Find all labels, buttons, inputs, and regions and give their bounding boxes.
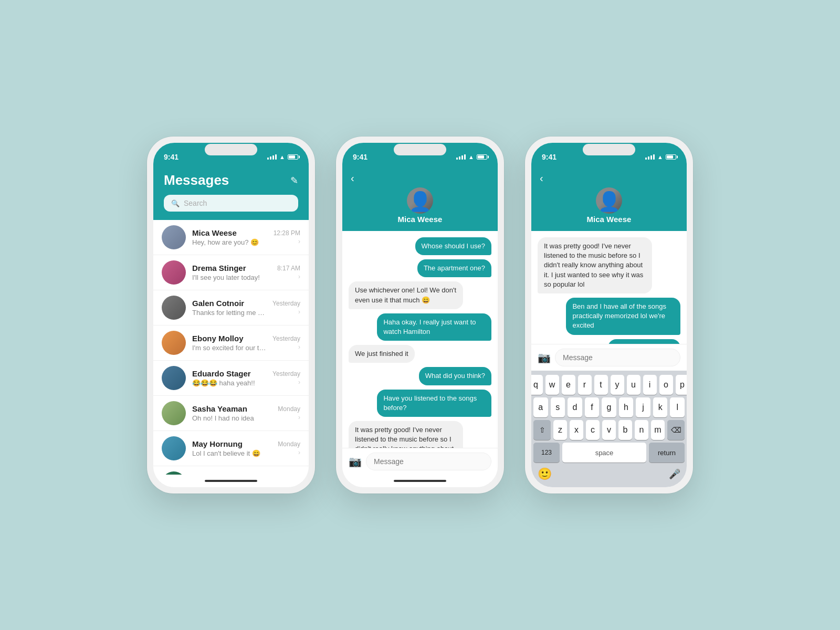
chevron-icon: › <box>298 414 300 421</box>
keyboard-row-2: a s d f g h j k l <box>533 397 685 417</box>
search-bar[interactable]: 🔍 Search <box>164 195 298 212</box>
message-preview: I'll see you later today! <box>192 274 271 281</box>
key-a[interactable]: a <box>533 397 548 417</box>
key-j[interactable]: j <box>636 397 650 417</box>
key-y[interactable]: y <box>611 375 624 395</box>
back-button-3[interactable]: ‹ <box>540 172 549 184</box>
message-item[interactable]: Eduardo Stager 😂😂😂 haha yeah!! Yesterday… <box>153 361 309 396</box>
key-t[interactable]: t <box>594 375 608 395</box>
message-time: Monday <box>278 440 300 448</box>
status-time-1: 9:41 <box>164 153 178 161</box>
key-s[interactable]: s <box>551 397 565 417</box>
bubble-sent: Ben and I have all of the songs practica… <box>566 298 680 335</box>
key-e[interactable]: e <box>562 375 575 395</box>
key-p[interactable]: p <box>676 375 687 395</box>
key-k[interactable]: k <box>653 397 668 417</box>
message-item[interactable]: Mica Weese Hey, how are you? 😊 12:28 PM … <box>153 220 309 255</box>
key-l[interactable]: l <box>670 397 685 417</box>
contact-name: Drema Stinger <box>192 264 271 272</box>
key-n[interactable]: n <box>635 420 648 440</box>
bubble-sent: I'm glad you liked it! <box>608 339 680 344</box>
bubble-received: We just finished it <box>349 345 415 363</box>
signal-bar-2 <box>270 156 271 160</box>
key-r[interactable]: r <box>578 375 592 395</box>
key-u[interactable]: u <box>627 375 640 395</box>
message-item[interactable]: Sasha Yeaman Oh no! I had no idea Monday… <box>153 396 309 431</box>
message-content: Galen Cotnoir Thanks for letting me know… <box>192 299 266 317</box>
edit-icon[interactable]: ✎ <box>290 175 298 186</box>
camera-button-3[interactable]: 📷 <box>538 351 551 364</box>
key-v[interactable]: v <box>602 420 616 440</box>
contact-avatar <box>162 296 186 320</box>
chat-name-2: Mica Weese <box>398 215 443 224</box>
home-bar-2 <box>394 480 446 482</box>
chat-messages-3: It was pretty good! I've never listened … <box>531 231 687 344</box>
key-x[interactable]: x <box>570 420 583 440</box>
message-content: Drema Stinger I'll see you later today! <box>192 264 271 281</box>
contact-name: May Hornung <box>192 439 271 448</box>
message-item[interactable]: Drema Stinger I'll see you later today! … <box>153 255 309 290</box>
chat-messages-2: Whose should I use?The apartment one?Use… <box>342 231 498 448</box>
key-z[interactable]: z <box>553 420 567 440</box>
message-content: Ebony Molloy I'm so excited for our trip… <box>192 334 266 352</box>
key-g[interactable]: g <box>602 397 616 417</box>
message-meta: 12:28 PM › <box>274 229 300 245</box>
message-input-3[interactable] <box>555 349 680 366</box>
status-time-3: 9:41 <box>542 153 556 161</box>
message-item[interactable]: May Hornung Lol I can't believe it 😄 Mon… <box>153 431 309 466</box>
message-item[interactable]: Darrell Varney wow! That photo is amazin… <box>153 466 309 475</box>
key-w[interactable]: w <box>545 375 559 395</box>
messages-header: Messages ✎ 🔍 Search <box>153 166 309 220</box>
key-i[interactable]: i <box>643 375 657 395</box>
key-d[interactable]: d <box>568 397 582 417</box>
key-h[interactable]: h <box>619 397 634 417</box>
person-silhouette-2: 👤 <box>408 191 432 213</box>
key-b[interactable]: b <box>618 420 632 440</box>
key-f[interactable]: f <box>585 397 600 417</box>
key-m[interactable]: m <box>651 420 665 440</box>
key-return[interactable]: return <box>649 443 685 463</box>
emoji-button[interactable]: 🙂 <box>538 467 552 481</box>
signal-bar-1 <box>267 158 269 160</box>
home-indicator-2 <box>342 475 498 487</box>
mic-button[interactable]: 🎤 <box>669 468 680 480</box>
key-shift[interactable]: ⇧ <box>533 420 551 440</box>
chevron-icon: › <box>298 449 300 456</box>
chat-header-top-3: ‹ <box>540 172 678 184</box>
message-preview: I'm so excited for our trip this weekend… <box>192 344 266 352</box>
key-o[interactable]: o <box>659 375 673 395</box>
message-meta: Yesterday › <box>272 300 300 316</box>
signal-bars-3 <box>645 154 655 160</box>
message-meta: Yesterday › <box>272 335 300 351</box>
message-preview: Oh no! I had no idea <box>192 414 271 422</box>
chevron-icon: › <box>298 343 300 351</box>
key-backspace[interactable]: ⌫ <box>667 420 685 440</box>
keyboard-bottom: 🙂 🎤 <box>533 465 685 485</box>
wifi-icon-3: ▲ <box>657 154 663 160</box>
key-q[interactable]: q <box>531 375 543 395</box>
key-space[interactable]: space <box>562 443 646 463</box>
messages-list: Mica Weese Hey, how are you? 😊 12:28 PM … <box>153 220 309 475</box>
chat-avatar-3: 👤 <box>596 187 622 214</box>
key-123[interactable]: 123 <box>533 443 560 463</box>
message-meta: Monday › <box>278 405 300 421</box>
signal-bar-3 <box>272 155 274 160</box>
key-c[interactable]: c <box>586 420 600 440</box>
battery-fill-1 <box>289 155 295 159</box>
camera-button-2[interactable]: 📷 <box>349 455 362 468</box>
home-bar-1 <box>205 480 257 482</box>
contact-avatar <box>162 366 186 390</box>
notch-2 <box>394 144 446 155</box>
message-time: Yesterday <box>272 300 300 307</box>
keyboard: q w e r t y u i o p a s d f g h <box>531 371 687 487</box>
message-input-area-3: 📷 <box>531 344 687 371</box>
keyboard-row-3: ⇧ z x c v b n m ⌫ <box>533 420 685 440</box>
message-item[interactable]: Ebony Molloy I'm so excited for our trip… <box>153 326 309 361</box>
message-item[interactable]: Galen Cotnoir Thanks for letting me know… <box>153 290 309 326</box>
bubble-sent: Whose should I use? <box>415 237 491 255</box>
bubble-received: Use whichever one! Lol! We don't even us… <box>349 281 463 309</box>
message-content: Mica Weese Hey, how are you? 😊 <box>192 228 267 246</box>
message-input-area-2: 📷 <box>342 448 498 475</box>
message-input-2[interactable] <box>366 453 491 470</box>
back-button-2[interactable]: ‹ <box>351 172 360 184</box>
